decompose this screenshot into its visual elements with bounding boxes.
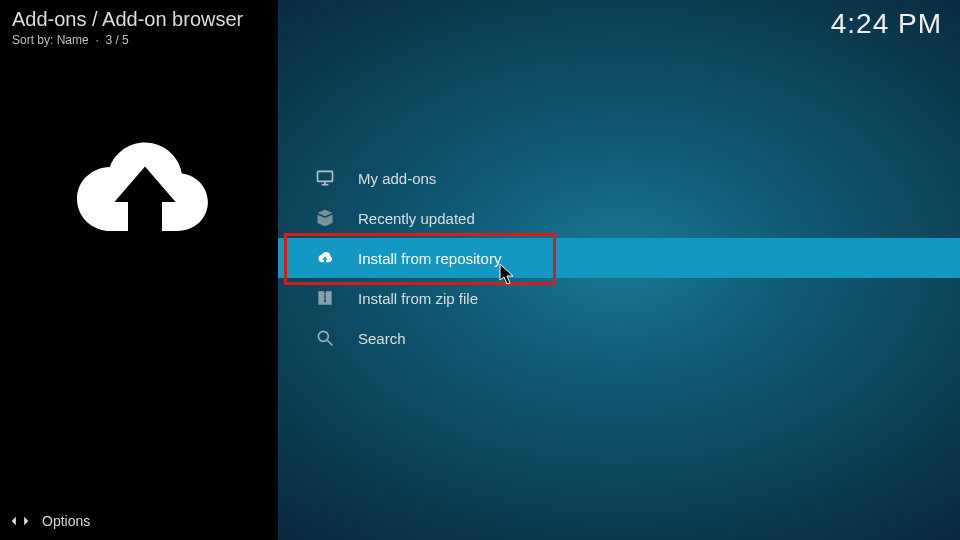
- cloud-download-hero-icon: [60, 112, 230, 282]
- options-button[interactable]: Options: [0, 502, 90, 540]
- search-icon: [314, 327, 336, 349]
- list-position: 3 / 5: [105, 33, 128, 47]
- options-arrows-icon: [10, 511, 30, 531]
- menu-item-search[interactable]: Search: [278, 318, 960, 358]
- menu-item-recently-updated[interactable]: Recently updated: [278, 198, 960, 238]
- menu-item-label: Install from repository: [358, 250, 501, 267]
- menu-item-install-from-repository[interactable]: Install from repository: [278, 238, 960, 278]
- monitor-icon: [314, 167, 336, 189]
- sort-value: Name: [57, 33, 89, 47]
- options-label: Options: [42, 513, 90, 529]
- menu-item-my-addons[interactable]: My add-ons: [278, 158, 960, 198]
- menu-item-label: Search: [358, 330, 406, 347]
- cloud-down-icon: [314, 247, 336, 269]
- sort-label: Sort by:: [12, 33, 53, 47]
- svg-point-3: [318, 331, 328, 341]
- svg-rect-0: [318, 171, 333, 181]
- clock: 4:24 PM: [831, 8, 942, 40]
- menu-item-label: My add-ons: [358, 170, 436, 187]
- menu-item-label: Recently updated: [358, 210, 475, 227]
- svg-line-4: [328, 341, 333, 346]
- breadcrumb: Add-ons / Add-on browser: [12, 8, 243, 31]
- menu-item-label: Install from zip file: [358, 290, 478, 307]
- zip-box-icon: [314, 287, 336, 309]
- menu-item-install-from-zip[interactable]: Install from zip file: [278, 278, 960, 318]
- open-box-icon: [314, 207, 336, 229]
- addon-browser-menu: My add-ons Recently updated Install from…: [278, 158, 960, 358]
- sort-line: Sort by: Name · 3 / 5: [12, 33, 129, 47]
- sidebar: Add-ons / Add-on browser Sort by: Name ·…: [0, 0, 278, 540]
